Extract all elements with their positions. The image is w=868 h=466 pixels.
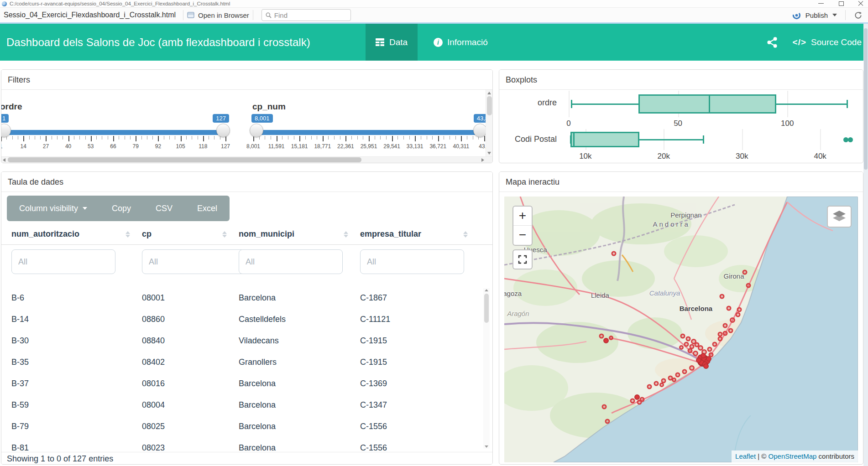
- filters-vertical-scrollbar[interactable]: [486, 90, 492, 156]
- column-header-cp[interactable]: cp: [142, 229, 239, 239]
- scroll-right-arrow[interactable]: [481, 158, 484, 162]
- slider-ordre-handle-from[interactable]: [1, 124, 11, 137]
- table-row[interactable]: B-5908004BarcelonaC-1347: [1, 394, 492, 416]
- column-header-nom-municipi[interactable]: nom_municipi: [239, 229, 360, 239]
- table-row[interactable]: B-608001BarcelonaC-1867: [1, 287, 492, 309]
- map-marker[interactable]: [599, 334, 604, 339]
- map-marker[interactable]: [609, 336, 613, 340]
- leaflet-map[interactable]: PerpignanAndorraHuescaGironaragozaLleida…: [504, 197, 858, 462]
- csv-button[interactable]: CSV: [143, 196, 185, 221]
- source-code-button[interactable]: </> Source Code: [793, 37, 862, 47]
- slider-ordre-handle-to[interactable]: [216, 124, 230, 137]
- scroll-left-arrow[interactable]: [3, 158, 5, 162]
- filter-input-nom-municipi[interactable]: [239, 249, 343, 274]
- map-marker[interactable]: [737, 307, 742, 312]
- map-marker[interactable]: [709, 352, 714, 357]
- open-in-browser-button[interactable]: Open in Browser: [187, 11, 249, 19]
- slider-cp-num-track[interactable]: [253, 130, 484, 135]
- scroll-down-arrow[interactable]: [485, 445, 488, 448]
- map-marker[interactable]: [719, 294, 724, 299]
- map-marker[interactable]: [637, 400, 642, 405]
- map-marker[interactable]: [654, 381, 659, 386]
- boxplot-row-codi-postal[interactable]: [563, 129, 853, 150]
- map-marker[interactable]: [735, 312, 740, 317]
- table-row[interactable]: B-8108023BarcelonaC-1556: [1, 437, 492, 452]
- fullscreen-button[interactable]: [512, 249, 533, 269]
- column-header-num-autoritzacio[interactable]: num_autoritzacio: [11, 229, 142, 239]
- scroll-down-arrow[interactable]: [487, 152, 491, 155]
- copy-button[interactable]: Copy: [99, 196, 143, 221]
- map-marker[interactable]: [659, 383, 664, 387]
- map-marker[interactable]: [605, 419, 610, 424]
- maximize-button[interactable]: [838, 1, 844, 6]
- tab-data[interactable]: Data: [366, 24, 418, 61]
- map-marker[interactable]: [746, 283, 751, 288]
- scroll-up-arrow[interactable]: [487, 92, 491, 94]
- map-marker[interactable]: [717, 336, 722, 341]
- table-vertical-scrollbar[interactable]: [483, 288, 490, 449]
- tab-informacio[interactable]: Informació: [424, 24, 498, 61]
- map-marker[interactable]: [612, 251, 617, 256]
- boxplot-row-ordre[interactable]: [563, 91, 853, 117]
- box[interactable]: [570, 132, 639, 147]
- map-marker[interactable]: [630, 398, 635, 403]
- scrollbar-thumb[interactable]: [8, 157, 361, 162]
- scrollbar-thumb[interactable]: [484, 294, 489, 323]
- publish-label[interactable]: Publish: [805, 11, 828, 19]
- box[interactable]: [638, 94, 776, 114]
- scrollbar-thumb[interactable]: [864, 28, 868, 170]
- table-row[interactable]: B-3008840ViladecansC-1915: [1, 330, 492, 352]
- publish-caret-icon[interactable]: [832, 14, 837, 16]
- share-icon[interactable]: [767, 37, 777, 48]
- scroll-up-arrow[interactable]: [485, 289, 488, 291]
- map-marker[interactable]: [687, 348, 692, 353]
- map-marker[interactable]: [647, 384, 652, 389]
- map-marker[interactable]: [689, 365, 695, 371]
- openstreetmap-link[interactable]: OpenStreetMap: [769, 452, 817, 460]
- viewer-tab-title[interactable]: Sessio_04_Exercici_Flexdashboard_i_Cross…: [0, 11, 179, 19]
- column-visibility-button[interactable]: Column visibility: [7, 196, 99, 221]
- map-marker[interactable]: [675, 372, 680, 377]
- layers-control-button[interactable]: [827, 206, 852, 228]
- scrollbar-thumb[interactable]: [487, 96, 492, 115]
- table-row[interactable]: B-3708016BarcelonaC-1369: [1, 373, 492, 394]
- table-row[interactable]: B-3508402GranollersC-1915: [1, 352, 492, 373]
- table-row[interactable]: B-7908025BarcelonaC-1556: [1, 416, 492, 437]
- map-marker[interactable]: [703, 363, 709, 369]
- map-marker[interactable]: [712, 342, 717, 347]
- map-marker[interactable]: [723, 323, 728, 328]
- close-button[interactable]: [858, 1, 864, 6]
- map-marker[interactable]: [672, 378, 676, 382]
- map-marker[interactable]: [684, 342, 689, 347]
- zoom-in-button[interactable]: +: [513, 207, 532, 226]
- map-marker[interactable]: [743, 270, 748, 275]
- zoom-out-button[interactable]: −: [513, 226, 532, 245]
- map-marker[interactable]: [602, 404, 607, 409]
- map-marker[interactable]: [682, 369, 687, 374]
- map-marker[interactable]: [696, 357, 701, 363]
- filter-input-empresa-titular[interactable]: [360, 249, 464, 274]
- map-marker[interactable]: [701, 353, 706, 358]
- map-marker[interactable]: [707, 347, 712, 352]
- map-marker[interactable]: [723, 331, 728, 336]
- map-marker[interactable]: [603, 338, 609, 343]
- map-marker[interactable]: [728, 328, 733, 333]
- filter-input-num-autoritzacio[interactable]: [11, 249, 115, 274]
- table-row[interactable]: B-1408860CastelldefelsC-11121: [1, 309, 492, 330]
- map-marker[interactable]: [634, 394, 640, 400]
- refresh-icon[interactable]: [854, 11, 863, 20]
- find-input[interactable]: [274, 11, 338, 19]
- excel-button[interactable]: Excel: [185, 196, 230, 221]
- leaflet-link[interactable]: Leaflet: [735, 452, 756, 460]
- map-marker[interactable]: [693, 351, 698, 356]
- map-marker[interactable]: [730, 317, 735, 323]
- map-marker[interactable]: [679, 345, 684, 350]
- slider-ordre-track[interactable]: [1, 130, 225, 135]
- minimize-button[interactable]: [818, 1, 824, 6]
- filters-horizontal-scrollbar[interactable]: [1, 156, 492, 163]
- slider-cp-num-handle-to[interactable]: [473, 124, 487, 137]
- map-marker[interactable]: [680, 334, 685, 339]
- outlier-point[interactable]: [848, 137, 853, 142]
- slider-cp-num-handle-from[interactable]: [250, 124, 263, 137]
- page-scrollbar[interactable]: [863, 24, 868, 466]
